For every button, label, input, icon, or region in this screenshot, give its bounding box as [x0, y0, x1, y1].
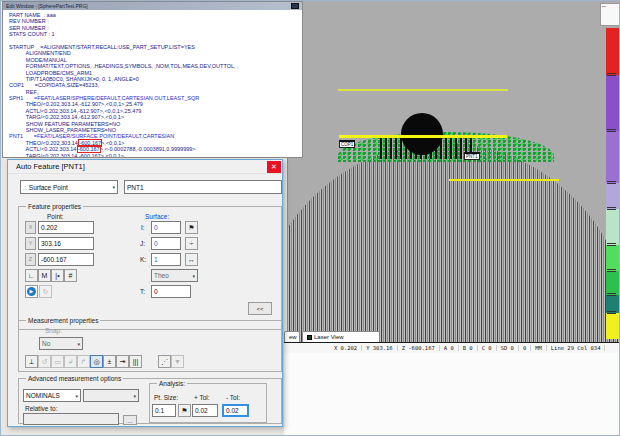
code-editor[interactable]: PART NAME : aaaREV NUMBER : SER NUMBER :… — [3, 10, 302, 157]
feature-properties-legend: Feature properties — [26, 203, 83, 210]
j-value-input[interactable] — [151, 237, 181, 250]
nominals-dropdown[interactable]: NOMINALS ▾ — [23, 389, 81, 402]
highlighted-value: -600.167 — [78, 146, 100, 152]
snap-label: Snap: — [45, 327, 62, 334]
browse-button[interactable]: ... — [123, 415, 137, 425]
color-scale-tick-label — [607, 73, 616, 77]
color-scale-segment — [606, 183, 619, 209]
color-scale-tick-label — [607, 181, 616, 185]
minus-tol-label: - Tol: — [226, 394, 240, 401]
i-value-input[interactable] — [151, 221, 181, 234]
graphics-view[interactable]: COP1 PNT1 ▪▪▪ — [287, 1, 620, 342]
axes-mode-icon[interactable]: ∟ — [25, 269, 38, 282]
chevron-down-icon: ▾ — [192, 273, 195, 279]
tolerance-zone-icon[interactable]: ± — [103, 355, 116, 368]
collapse-button[interactable]: << — [248, 302, 272, 315]
status-cell: A 0 — [440, 345, 459, 351]
tab-partial-label: ew — [289, 332, 297, 342]
point-cloud-dome — [287, 143, 620, 342]
highlighted-value: -600.167 — [79, 140, 101, 146]
tab-laser-view[interactable]: Laser View — [302, 331, 380, 342]
edit-window[interactable]: Edit Window - [SpherePartTest.PRG] PART … — [2, 1, 303, 158]
analysis-display-icon[interactable]: ⚑ — [178, 404, 191, 417]
color-scale-segment — [606, 28, 619, 75]
feature-type-dropdown[interactable]: ∴ Surface Point ▾ — [20, 180, 118, 194]
dialog-title[interactable]: Auto Feature [PNT1] — [8, 160, 282, 174]
offset-point-icon[interactable]: ⇥ — [116, 355, 129, 368]
x-axis-button[interactable]: X — [25, 221, 36, 234]
minus-tol-input[interactable] — [222, 404, 249, 417]
point-path-icon[interactable]: ⋰ — [158, 355, 171, 368]
tab-partial-view[interactable]: ew — [284, 331, 300, 342]
theo-dropdown[interactable]: Theo ▾ — [151, 269, 198, 282]
relative-to-input[interactable] — [23, 413, 119, 425]
t-label: T: — [140, 288, 145, 295]
measurement-properties-group: Measurement properties Snap: No ▾ ⟂↺▭↲↱◎… — [18, 320, 282, 372]
scan-density-icon[interactable]: ||| — [129, 355, 142, 368]
feature-name-input[interactable] — [124, 180, 282, 194]
swap-vector-icon[interactable]: ↔ — [185, 253, 198, 266]
chevron-down-icon: ▾ — [133, 393, 136, 399]
find-nominals-icon[interactable]: M — [38, 269, 51, 282]
status-cell: MM — [531, 345, 547, 351]
laser-view-icon — [307, 335, 312, 340]
analysis-legend: Analysis: — [157, 380, 187, 387]
pt-size-input[interactable] — [152, 404, 176, 417]
code-line: TARG/<0.202,303.14,-600.167>,<0,0,1> — [9, 153, 302, 157]
surface-point-icon: ∴ — [23, 184, 27, 191]
point-distance-icon[interactable]: |• — [51, 269, 64, 282]
edit-window-titlebar[interactable]: Edit Window - [SpherePartTest.PRG] — [3, 2, 302, 10]
t-value-input[interactable] — [151, 285, 191, 298]
target-circle-icon[interactable]: ◎ — [90, 355, 103, 368]
region-icon[interactable]: ▭ — [51, 355, 64, 368]
status-cell: B 0 — [459, 345, 478, 351]
read-from-machine-icon[interactable]: ⚑ — [185, 221, 198, 234]
color-scale-tick-label — [607, 311, 616, 315]
pnt1-feature-label[interactable]: PNT1 — [464, 152, 480, 160]
clip-line-upper — [338, 89, 508, 91]
y-value-input[interactable] — [38, 237, 94, 250]
pt-size-label: Pt. Size: — [154, 394, 178, 401]
chevron-down-icon: ▾ — [112, 184, 115, 190]
close-icon[interactable]: ✕ — [267, 161, 281, 173]
snap-dropdown[interactable]: No ▾ — [39, 337, 83, 350]
undo-icon[interactable]: ↺ — [38, 355, 51, 368]
z-axis-button[interactable]: Z — [25, 253, 36, 266]
color-scale-tick-label — [607, 129, 616, 133]
toolbar-spacer — [142, 355, 158, 368]
measurement-toolbar: ⟂↺▭↲↱◎±⇥|||⋰▼ — [25, 355, 184, 368]
flip-vector-icon[interactable]: ÷ — [185, 237, 198, 250]
view-tab-bar: ew Laser View — [284, 331, 620, 342]
nominals-value: NOMINALS — [26, 392, 60, 399]
regenerate-icon[interactable]: ↻ — [39, 285, 52, 298]
filter-icon[interactable]: ▼ — [171, 355, 184, 368]
measure-now-icon[interactable]: ▶ — [25, 285, 38, 298]
grid-icon[interactable]: # — [64, 269, 77, 282]
cop1-feature-label[interactable]: COP1 — [339, 140, 355, 148]
color-scale-bar — [606, 1, 619, 342]
snap-in-icon[interactable]: ↲ — [64, 355, 77, 368]
tab-laser-label: Laser View — [314, 332, 344, 342]
k-value-input[interactable] — [151, 253, 181, 266]
snap-out-icon[interactable]: ↱ — [77, 355, 90, 368]
plus-tol-input[interactable] — [192, 404, 218, 417]
status-cell: X 0.202 — [330, 345, 362, 351]
status-cell: Line 29 Col 034 — [547, 345, 606, 351]
j-label: J: — [140, 240, 145, 247]
play-glyph: ▶ — [27, 287, 36, 296]
status-cell: 0 — [519, 345, 531, 351]
x-value-input[interactable] — [38, 221, 94, 234]
window-menu-icon[interactable] — [291, 3, 299, 9]
point-label: Point: — [47, 213, 64, 220]
analysis-group: Analysis: Pt. Size: + Tol: - Tol: ⚑ — [149, 383, 267, 423]
feature-toolbar: ∟M|•# — [25, 269, 77, 282]
color-scale-segment — [606, 245, 619, 271]
nominals-mode-dropdown[interactable]: ▾ — [83, 389, 139, 402]
color-scale-tick-label — [607, 269, 616, 273]
probe-depth-icon[interactable]: ⟂ — [25, 355, 38, 368]
measurement-properties-legend: Measurement properties — [26, 317, 100, 324]
z-value-input[interactable] — [38, 253, 94, 266]
status-cell: SD 0 — [497, 345, 519, 351]
surface-label: Surface: — [145, 213, 169, 220]
y-axis-button[interactable]: Y — [25, 237, 36, 250]
